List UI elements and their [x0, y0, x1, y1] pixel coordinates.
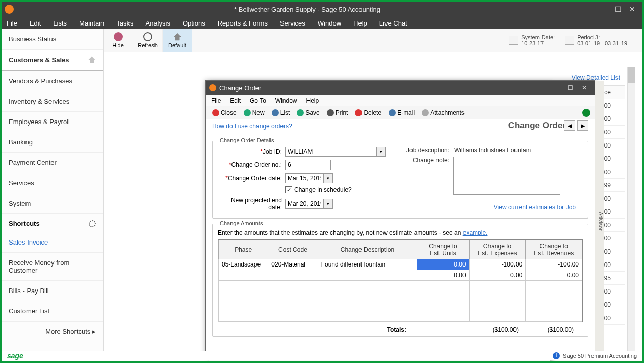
dialog-titlebar: Change Order — ☐ ✕: [206, 81, 595, 95]
menu-maintain[interactable]: Maintain: [79, 19, 104, 27]
order-no-label: Change Order no.:: [219, 161, 285, 168]
menu-help[interactable]: Help: [353, 19, 367, 27]
home-icon: [88, 56, 96, 64]
dlg-menu-goto[interactable]: Go To: [250, 97, 266, 104]
new-date-input[interactable]: [285, 199, 324, 209]
new-button[interactable]: New: [242, 108, 267, 117]
job-desc-value: Williams Industries Fountain: [453, 147, 531, 154]
gear-icon[interactable]: [89, 220, 96, 227]
dialog-close-button[interactable]: ✕: [577, 83, 591, 92]
menu-window[interactable]: Window: [318, 19, 341, 27]
info-icon[interactable]: i: [553, 352, 560, 359]
date-info: System Date:10-23-17 Period 3:03-01-19 -…: [509, 29, 642, 52]
sidebar-item-label: Customers & Sales: [9, 56, 69, 64]
view-estimates-link[interactable]: View current estimates for Job: [494, 204, 576, 211]
details-legend: Change Order Details: [218, 137, 276, 143]
shortcut-customer-list[interactable]: Customer List: [2, 301, 103, 322]
print-button[interactable]: Print: [325, 108, 350, 117]
shortcut-more[interactable]: More Shortcuts ▸: [2, 322, 103, 342]
help-icon[interactable]: [582, 109, 590, 117]
order-no-input[interactable]: [285, 160, 331, 170]
grid-row[interactable]: [219, 291, 582, 301]
example-link[interactable]: example.: [463, 229, 488, 236]
totals-row: Totals: ($100.00) ($100.00): [218, 322, 583, 333]
close-button[interactable]: ✕: [625, 4, 639, 14]
new-date-dropdown-button[interactable]: ▾: [324, 199, 333, 209]
change-note-input[interactable]: [453, 157, 560, 195]
sidebar-item-vendors[interactable]: Vendors & Purchases: [2, 71, 103, 91]
amounts-grid[interactable]: Phase Cost Code Change Description Chang…: [218, 239, 583, 322]
new-date-label: New projected end date:: [219, 197, 285, 211]
job-id-input[interactable]: [285, 147, 377, 157]
sidebar-item-employees[interactable]: Employees & Payroll: [2, 112, 103, 132]
next-record-button[interactable]: ▶: [577, 120, 588, 131]
shortcut-sales-invoice[interactable]: Sales Invoice: [2, 232, 103, 253]
sidebar-item-banking[interactable]: Banking: [2, 132, 103, 153]
menu-file[interactable]: File: [7, 19, 17, 27]
dialog-logo-icon: [209, 84, 216, 91]
default-button[interactable]: Default: [163, 29, 192, 52]
dlg-menu-file[interactable]: File: [211, 97, 221, 104]
shortcut-receive-money[interactable]: Receive Money from Customer: [2, 253, 103, 281]
dlg-menu-edit[interactable]: Edit: [230, 97, 241, 104]
sidebar-item-customers-sales[interactable]: Customers & Sales: [2, 50, 103, 71]
grid-row[interactable]: 0.000.000.00: [219, 270, 582, 281]
save-button[interactable]: Save: [295, 108, 321, 117]
col-rev[interactable]: Change to Est. Revenues: [526, 240, 582, 259]
sidebar-item-payment[interactable]: Payment Center: [2, 153, 103, 173]
details-fieldset: Change Order Details Job ID: ▾: [212, 141, 588, 219]
dlg-menu-help[interactable]: Help: [306, 97, 319, 104]
job-id-dropdown-button[interactable]: ▾: [377, 147, 386, 157]
menu-edit[interactable]: Edit: [30, 19, 41, 27]
grid-row[interactable]: [219, 281, 582, 291]
grid-row[interactable]: [219, 311, 582, 322]
menu-options[interactable]: Options: [183, 19, 205, 27]
shortcuts-label: Shortcuts: [9, 220, 40, 227]
dialog-title: Change Order: [219, 84, 549, 92]
menu-services[interactable]: Services: [280, 19, 305, 27]
amounts-legend: Change Amounts: [218, 220, 265, 226]
shortcut-bills[interactable]: Bills - Pay Bill: [2, 281, 103, 301]
dialog-body: How do I use change orders? Change Order…: [206, 119, 595, 356]
scrollbar-thumb[interactable]: [628, 67, 635, 83]
maximize-button[interactable]: ☐: [611, 4, 625, 14]
menu-tasks[interactable]: Tasks: [116, 19, 133, 27]
order-date-input[interactable]: [285, 173, 324, 183]
grid-row[interactable]: 05-Landscape020-MaterialFound different …: [219, 259, 582, 270]
col-costcode[interactable]: Cost Code: [268, 240, 318, 259]
calendar-icon[interactable]: [565, 36, 574, 45]
hide-button[interactable]: Hide: [104, 29, 133, 52]
refresh-button[interactable]: Refresh: [133, 29, 163, 52]
advisor-tab[interactable]: Advisor: [595, 81, 604, 356]
change-note-label: Change note:: [402, 157, 453, 164]
sidebar-item-business-status[interactable]: Business Status: [2, 29, 103, 50]
order-date-dropdown-button[interactable]: ▾: [324, 173, 333, 183]
menu-livechat[interactable]: Live Chat: [379, 19, 407, 27]
dlg-menu-window[interactable]: Window: [275, 97, 297, 104]
calendar-icon[interactable]: [509, 36, 518, 45]
attachments-button[interactable]: Attachments: [420, 108, 467, 117]
dialog-maximize-button[interactable]: ☐: [563, 83, 577, 92]
e-mail-button[interactable]: E-mail: [387, 108, 417, 117]
minimize-button[interactable]: —: [597, 4, 611, 14]
sidebar-item-inventory[interactable]: Inventory & Services: [2, 91, 103, 112]
col-units[interactable]: Change to Est. Units: [417, 240, 469, 259]
delete-button[interactable]: Delete: [353, 108, 383, 117]
close-button[interactable]: Close: [210, 108, 239, 117]
dialog-minimize-button[interactable]: —: [549, 83, 563, 92]
scrollbar[interactable]: [627, 67, 635, 353]
sidebar-item-system[interactable]: System: [2, 193, 103, 214]
grid-row[interactable]: [219, 301, 582, 311]
menu-reports[interactable]: Reports & Forms: [218, 19, 268, 27]
dialog-heading: Change Order: [508, 120, 566, 131]
prev-record-button[interactable]: ◀: [564, 120, 575, 131]
col-exp[interactable]: Change to Est. Expenses: [469, 240, 526, 259]
menu-analysis[interactable]: Analysis: [145, 19, 170, 27]
sidebar-item-services[interactable]: Services: [2, 173, 103, 193]
col-desc[interactable]: Change Description: [318, 240, 417, 259]
list-button[interactable]: List: [270, 108, 292, 117]
col-phase[interactable]: Phase: [219, 240, 268, 259]
schedule-checkbox[interactable]: ✓: [285, 186, 292, 193]
help-link[interactable]: How do I use change orders?: [212, 123, 292, 130]
menu-lists[interactable]: Lists: [53, 19, 67, 27]
